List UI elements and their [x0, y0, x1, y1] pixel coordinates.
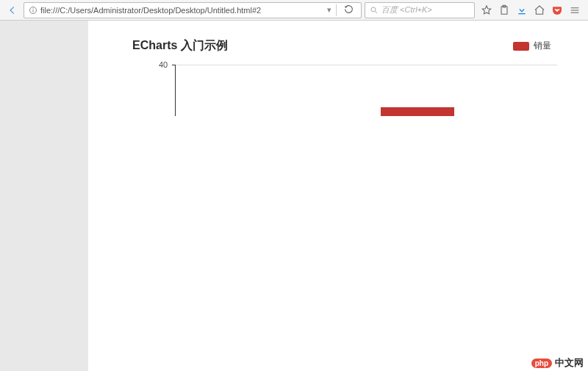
logo-badge: php [531, 359, 552, 368]
refresh-button[interactable] [341, 4, 356, 15]
page-content: ECharts 入门示例 销量 40 [88, 21, 588, 371]
clipboard-icon [498, 4, 510, 16]
dropdown-icon[interactable]: ▾ [327, 5, 331, 15]
chart-container: ECharts 入门示例 销量 40 [88, 21, 588, 35]
svg-rect-7 [518, 13, 525, 14]
star-icon [481, 4, 492, 16]
menu-button[interactable] [569, 4, 581, 16]
viewport: ECharts 入门示例 销量 40 php 中文网 [0, 21, 588, 371]
pocket-icon [551, 4, 563, 16]
menu-icon [569, 4, 581, 16]
info-icon [29, 6, 37, 15]
arrow-left-icon [7, 5, 18, 15]
url-text: file:///C:/Users/Administrator/Desktop/D… [40, 6, 324, 15]
logo-text: 中文网 [555, 356, 584, 370]
downloads-button[interactable] [516, 4, 528, 16]
svg-point-2 [32, 7, 33, 8]
chart-plot: 40 [175, 65, 557, 241]
pocket-button[interactable] [551, 4, 563, 16]
svg-line-4 [376, 11, 378, 13]
chart-legend[interactable]: 销量 [513, 40, 551, 52]
toolbar-right [478, 4, 584, 16]
refresh-icon [344, 4, 354, 14]
search-icon [370, 6, 379, 15]
url-bar[interactable]: file:///C:/Users/Administrator/Desktop/D… [24, 2, 362, 18]
legend-swatch [513, 42, 529, 51]
search-placeholder: 百度 <Ctrl+K> [381, 4, 432, 15]
library-button[interactable] [498, 4, 510, 16]
back-button[interactable] [4, 2, 21, 18]
search-bar[interactable]: 百度 <Ctrl+K> [365, 2, 475, 18]
y-tick-mark [172, 65, 175, 65]
divider [336, 4, 337, 16]
legend-label: 销量 [534, 40, 551, 52]
svg-point-3 [371, 7, 376, 12]
browser-toolbar: file:///C:/Users/Administrator/Desktop/D… [0, 0, 588, 21]
bookmark-button[interactable] [481, 4, 492, 16]
chart-title: ECharts 入门示例 [132, 38, 228, 54]
download-icon [516, 4, 528, 16]
footer-logo[interactable]: php 中文网 [531, 356, 584, 370]
home-button[interactable] [534, 4, 545, 16]
y-axis [175, 65, 176, 116]
home-icon [534, 4, 545, 16]
chart-bar[interactable] [381, 107, 454, 116]
y-tick-label: 40 [159, 60, 168, 69]
grid-line [175, 65, 557, 65]
